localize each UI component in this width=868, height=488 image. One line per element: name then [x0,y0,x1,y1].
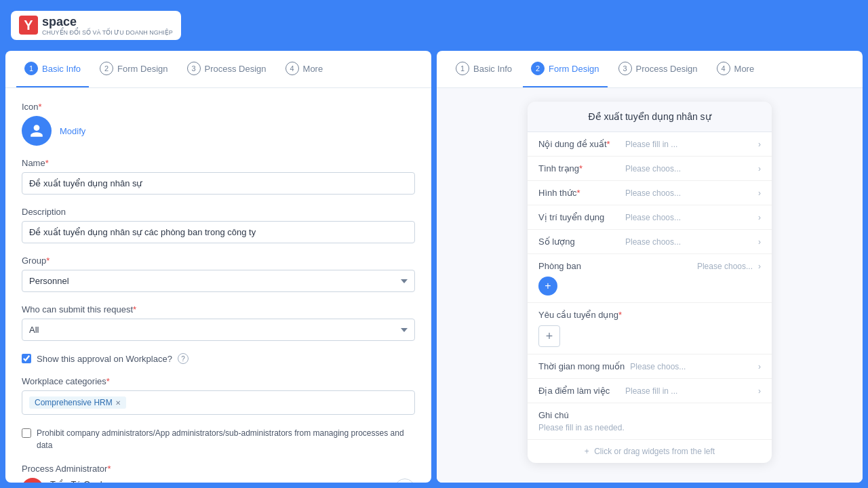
right-tab-label-more: More [734,64,755,74]
field-so-luong-label: Số lượng [538,237,620,247]
tab-num-1: 1 [24,62,38,75]
who-group: Who can submit this request* All [22,304,415,341]
dia-diem-arrow: › [758,386,761,396]
left-tab-more[interactable]: 4 More [277,51,332,87]
left-tab-basic-info[interactable]: 1 Basic Info [16,51,89,87]
logo-tagline: CHUYỂN ĐỔI SỐ VÀ TỐI ƯU DOANH NGHIỆP [42,29,173,37]
prohibit-label: Prohibit company administrators/App admi… [37,427,415,451]
field-tinh-trang-label: Tình trạng* [538,163,620,174]
field-noi-dung[interactable]: Nội dung đề xuất* Please fill in ... › [528,132,772,157]
thoi-gian-placeholder: Please choos... [630,362,753,371]
description-group: Description [22,207,415,243]
name-input[interactable] [22,172,415,195]
right-tab-num-2: 2 [531,62,545,75]
right-tab-label-basic-info: Basic Info [473,64,512,74]
field-hinh-thuc-label: Hình thức* [538,188,620,198]
description-input[interactable] [22,221,415,243]
ghi-chu-label: Ghi chú [538,410,761,420]
field-thoi-gian[interactable]: Thời gian mong muốn Please choos... › [528,354,772,379]
field-so-luong-arrow: › [758,237,761,247]
right-panel-body: Đề xuất tuyển dụng nhân sự Nội dung đề x… [437,88,863,483]
tag-comprehensive-hrm: Comprehensive HRM ✕ [29,396,126,409]
field-phong-ban: Phòng ban Please choos... › + [528,254,772,303]
show-approval-row: Show this approval on Workplace? ? [22,353,415,364]
tab-label-more: More [303,64,323,74]
field-vi-tri-placeholder: Please choos... [625,213,753,222]
admin-info: Trần Tú Oanh Permissions Delete [50,479,388,483]
phong-ban-placeholder: Please choos... [697,262,753,271]
icon-group: Icon* Modify [22,102,415,146]
show-approval-checkbox[interactable] [22,354,31,363]
modify-button[interactable]: Modify [60,126,85,136]
right-tab-num-4: 4 [717,62,730,75]
description-label: Description [22,207,415,217]
right-tab-more[interactable]: 4 More [709,51,763,87]
name-label: Name* [22,158,415,168]
plus-small-icon: + [585,447,589,456]
info-icon[interactable]: ? [178,353,189,364]
left-tab-form-design[interactable]: 2 Form Design [92,51,176,87]
field-hinh-thuc-arrow: › [758,188,761,198]
add-admin-button[interactable]: + [395,479,415,483]
field-yeu-cau: Yêu cầu tuyển dụng* + [528,303,772,354]
workplace-categories-group: Workplace categories* Comprehensive HRM … [22,376,415,415]
form-title: Đề xuất tuyển dụng nhân sự [528,102,772,132]
icon-label: Icon* [22,102,415,112]
right-tab-num-3: 3 [618,62,632,75]
left-tab-process-design[interactable]: 3 Process Design [179,51,275,87]
field-noi-dung-placeholder: Please fill in ... [625,140,753,149]
field-vi-tri-arrow: › [758,213,761,222]
main-content: 1 Basic Info 2 Form Design 3 Process Des… [0,51,868,488]
name-group: Name* [22,158,415,195]
left-panel-body: Icon* Modify Name* Description [5,88,431,483]
phong-ban-arrow: › [758,262,761,271]
thoi-gian-label: Thời gian mong muốn [538,361,625,371]
prohibit-checkbox[interactable] [22,428,31,438]
yeu-cau-add-button[interactable]: + [538,325,560,347]
tab-label-form-design: Form Design [117,64,167,74]
logo-y: Y [19,16,38,35]
tag-remove[interactable]: ✕ [115,399,121,407]
group-select[interactable]: Personnel [22,270,415,292]
tab-num-2: 2 [100,62,113,75]
yeu-cau-label: Yêu cầu tuyển dụng* [538,310,761,320]
right-tab-label-form-design: Form Design [549,64,599,74]
field-so-luong[interactable]: Số lượng Please choos... › [528,230,772,254]
field-dia-diem[interactable]: Địa điểm làm việc Please fill in ... › [528,379,772,403]
right-tabs: 1 Basic Info 2 Form Design 3 Process Des… [437,51,863,88]
admin-name: Trần Tú Oanh [50,479,388,483]
dia-diem-label: Địa điểm làm việc [538,386,620,396]
workplace-categories-label: Workplace categories* [22,376,415,386]
admin-avatar: T [22,478,43,483]
right-tab-process-design[interactable]: 3 Process Design [610,51,706,87]
field-hinh-thuc[interactable]: Hình thức* Please choos... › [528,181,772,205]
icon-row: Modify [22,116,415,146]
left-tabs: 1 Basic Info 2 Form Design 3 Process Des… [5,51,431,88]
logo-name: space [42,15,173,29]
right-panel: 1 Basic Info 2 Form Design 3 Process Des… [437,51,863,483]
click-drag-hint: + Click or drag widgets from the left [528,440,772,463]
field-so-luong-placeholder: Please choos... [625,237,753,247]
right-tab-basic-info[interactable]: 1 Basic Info [448,51,520,87]
field-noi-dung-arrow: › [758,140,761,149]
tab-label-basic-info: Basic Info [42,64,81,74]
top-bar: Y space CHUYỂN ĐỔI SỐ VÀ TỐI ƯU DOANH NG… [0,0,868,51]
who-label: Who can submit this request* [22,304,415,314]
phong-ban-add-button[interactable]: + [538,277,557,296]
logo: Y space CHUYỂN ĐỔI SỐ VÀ TỐI ƯU DOANH NG… [11,11,181,41]
right-tab-form-design[interactable]: 2 Form Design [523,51,607,87]
dia-diem-placeholder: Please fill in ... [625,386,753,396]
phong-ban-header: Phòng ban Please choos... › [538,261,761,271]
field-ghi-chu: Ghi chú Please fill in as needed. [528,403,772,440]
process-admin-label: Process Administrator* [22,464,415,474]
admin-row: T Trần Tú Oanh Permissions Delete + [22,478,415,483]
field-vi-tri-label: Vị trí tuyển dụng [538,212,620,222]
who-select[interactable]: All [22,319,415,341]
field-tinh-trang-placeholder: Please choos... [625,164,753,174]
group-label: Group* [22,256,415,266]
field-vi-tri[interactable]: Vị trí tuyển dụng Please choos... › [528,205,772,230]
field-tinh-trang[interactable]: Tình trạng* Please choos... › [528,157,772,181]
icon-circle [22,116,52,146]
right-tab-num-1: 1 [456,62,469,75]
tag-input[interactable]: Comprehensive HRM ✕ [22,390,415,415]
